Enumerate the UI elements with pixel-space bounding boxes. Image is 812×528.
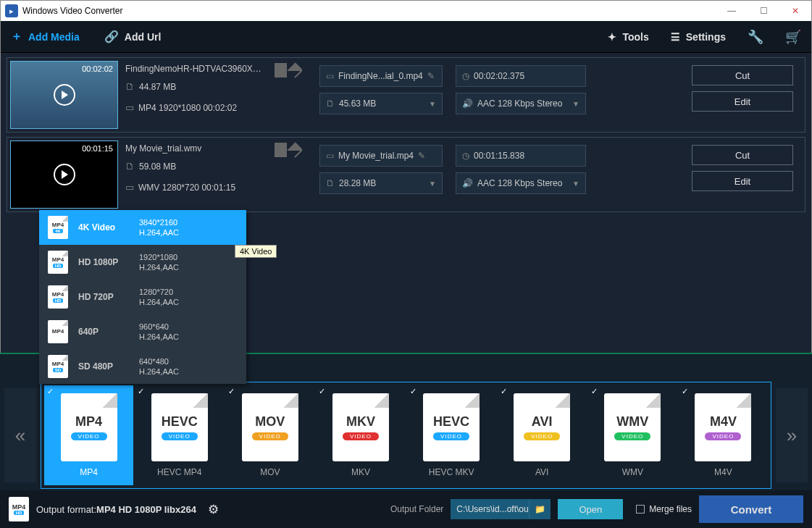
format-file-icon: MOVVIDEO [242,393,298,461]
preset-item-1080p[interactable]: MP4HD HD 1080P 1920*1080H.264,AAC [39,245,246,280]
edit-icon[interactable]: ✎ [418,151,425,161]
video-list: 00:02:02 FindingNemoHR-HDTVAC3960X540_ 🗋… [1,53,811,212]
register-button[interactable]: 🔧 [748,29,763,45]
arrow-icon [270,61,306,80]
format-card-mov[interactable]: ✓MOVVIDEOMOV [225,385,314,485]
check-icon: ✓ [319,387,325,396]
video-row[interactable]: 00:02:02 FindingNemoHR-HDTVAC3960X540_ 🗋… [7,57,805,133]
format-list: ✓MP4VIDEOMP4✓HEVCVIDEOHEVC MP4✓MOVVIDEOM… [41,382,771,489]
cart-button[interactable]: 🛒 [785,29,801,45]
check-icon: ✓ [682,387,688,396]
format-label: WMV [622,467,643,477]
chevron-down-icon: ▼ [572,100,579,108]
duration-label: 00:01:15 [82,144,113,153]
tooltip: 4K Video [235,245,277,258]
output-duration-field[interactable]: ◷ 00:01:15.838 [456,145,586,167]
bottom-bar: MP4HD Output format:MP4 HD 1080P libx264… [0,490,812,528]
format-label: MKV [351,467,370,477]
file-icon: 🗋 [125,81,135,92]
menu-icon: ☰ [671,31,680,43]
star-icon: ✦ [608,31,616,43]
tools-button[interactable]: ✦ Tools [608,31,648,43]
video-thumbnail[interactable]: 00:01:15 [10,141,118,209]
format-info: WMV 1280*720 00:01:15 [138,183,235,193]
format-label: HEVC MKV [429,467,474,477]
format-file-icon: HEVCVIDEO [151,393,208,461]
file-icon: 🗋 [326,178,335,188]
chevron-down-icon: ▼ [429,180,436,188]
speaker-icon: 🔊 [462,99,473,109]
add-url-button[interactable]: 🔗 Add Url [104,30,162,43]
main-toolbar: ＋ Add Media 🔗 Add Url ✦ Tools ☰ Settings… [1,21,811,53]
close-button[interactable]: ✕ [779,1,811,21]
speaker-icon: 🔊 [462,178,473,188]
format-card-mp4[interactable]: ✓MP4VIDEOMP4 [44,385,133,485]
video-icon: ▭ [125,182,134,193]
add-media-button[interactable]: ＋ Add Media [11,29,80,44]
maximize-button[interactable]: ☐ [748,1,779,21]
output-audio-select[interactable]: 🔊 AAC 128 Kbps Stereo ▼ [456,93,586,114]
convert-button[interactable]: Convert [699,495,803,523]
file-size: 59.08 MB [139,162,176,172]
output-name-field[interactable]: ▭ FindingNe...ial_0.mp4 ✎ [319,65,443,87]
output-duration-field[interactable]: ◷ 00:02:02.375 [456,65,586,87]
format-card-avi[interactable]: ✓AVIVIDEOAVI [498,385,587,485]
file-icon: 🗋 [125,161,135,172]
minimize-button[interactable]: — [716,1,748,21]
output-size-select[interactable]: 🗋 45.63 MB ▼ [319,93,443,114]
edit-button[interactable]: Edit [692,91,793,112]
format-label: AVI [535,467,548,477]
arrow-icon [270,141,306,159]
preset-item-720p[interactable]: MP4HD HD 720P 1280*720H.264,AAC [39,280,246,314]
output-size-select[interactable]: 🗋 28.28 MB ▼ [319,172,443,194]
format-file-icon: MKVVIDEO [332,393,389,461]
check-icon: ✓ [501,387,507,396]
format-card-m4v[interactable]: ✓M4VVIDEOM4V [679,385,768,485]
scroll-right-button[interactable]: » [776,388,808,482]
format-card-hevc-mkv[interactable]: ✓HEVCVIDEOHEVC MKV [407,385,496,485]
scroll-left-button[interactable]: « [4,388,36,482]
check-icon: ✓ [47,387,54,396]
app-icon: ▸ [5,4,18,17]
format-label: M4V [714,467,732,477]
folder-icon[interactable]: 📁 [529,499,551,519]
format-card-hevc-mp4[interactable]: ✓HEVCVIDEOHEVC MP4 [135,385,224,485]
checkbox-icon[interactable] [636,505,645,514]
cart-icon: 🛒 [785,29,801,45]
clock-icon: ◷ [462,71,469,81]
output-name-field[interactable]: ▭ My Movie_trial.mp4 ✎ [319,145,443,167]
format-label: MOV [260,467,280,477]
format-file-icon: MP4VIDEO [61,393,117,461]
file-size: 44.87 MB [139,82,176,92]
cut-button[interactable]: Cut [692,145,793,165]
settings-button[interactable]: ☰ Settings [671,31,726,43]
plus-icon: ＋ [11,29,22,44]
cut-button[interactable]: Cut [692,65,793,85]
format-label: MP4 [80,467,98,477]
title-bar: ▸ Windows Video Converter — ☐ ✕ [1,1,811,21]
output-audio-select[interactable]: 🔊 AAC 128 Kbps Stereo ▼ [456,172,586,194]
format-file-icon: M4VVIDEO [695,393,751,461]
gear-icon[interactable]: ⚙ [208,502,219,517]
output-folder-field[interactable]: C:\Users\id...oft\out 📁 [451,499,551,519]
video-thumbnail[interactable]: 00:02:02 [10,61,118,129]
check-icon: ✓ [591,387,598,396]
edit-button[interactable]: Edit [692,171,793,191]
preset-item-480p[interactable]: MP4SD SD 480P 640*480H.264,AAC [39,349,246,384]
format-card-wmv[interactable]: ✓WMVVIDEOWMV [588,385,677,485]
play-icon[interactable] [54,84,75,106]
merge-checkbox[interactable]: Merge files [636,504,692,514]
output-folder-label: Output Folder [390,504,443,514]
duration-label: 00:02:02 [82,64,113,73]
app-title: Windows Video Converter [22,6,123,16]
play-icon[interactable] [54,164,75,185]
video-row[interactable]: 00:01:15 My Movie_trial.wmv 🗋59.08 MB ▭W… [7,137,805,212]
preset-item-640p[interactable]: MP4 640P 960*640H.264,AAC [39,314,246,349]
check-icon: ✓ [410,387,417,396]
preset-item-4k[interactable]: MP44K 4K Video 3840*2160H.264,AAC [39,210,246,245]
open-folder-button[interactable]: Open [558,499,623,519]
format-file-icon: WMVVIDEO [604,393,661,461]
format-card-mkv[interactable]: ✓MKVVIDEOMKV [316,385,405,485]
edit-icon[interactable]: ✎ [427,71,435,81]
video-title: FindingNemoHR-HDTVAC3960X540_ [125,64,263,74]
